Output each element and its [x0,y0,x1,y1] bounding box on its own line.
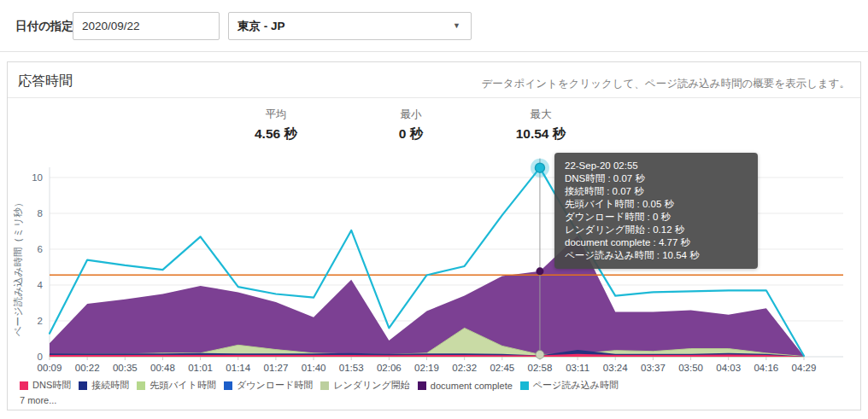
legend-item[interactable]: document complete [418,381,513,391]
stat-average: 平均 4.56 秒 [220,108,331,143]
x-axis-tick-label: 04:03 [716,363,741,373]
legend-more-link[interactable]: 7 more... [20,395,56,405]
tooltip-metric-line: DNS時間 : 0.07 秒 [565,172,748,185]
tooltip-timestamp: 22-Sep-20 02:55 [565,160,748,172]
stat-minimum-value: 0 秒 [355,125,466,143]
stat-maximum-label: 最大 [485,108,596,122]
x-axis-tick-label: 00:22 [75,363,100,373]
stat-average-label: 平均 [220,108,331,122]
legend-swatch-icon [137,381,145,390]
legend-label: DNS時間 [32,379,71,392]
selected-point-marker[interactable] [535,163,544,172]
chart-legend: DNS時間接続時間先頭バイト時間ダウンロード時間レンダリング開始document… [20,379,626,392]
x-axis-tick-label: 00:48 [150,363,175,373]
stat-maximum-value: 10.54 秒 [485,125,596,143]
x-axis-tick-label: 02:32 [452,363,477,373]
x-axis-tick-label: 04:16 [754,363,778,373]
x-axis-tick-label: 01:27 [264,363,289,373]
x-axis-tick-label: 03:11 [566,363,589,373]
x-axis-tick-label: 01:01 [188,363,213,373]
x-axis-tick-label: 04:29 [792,363,817,373]
legend-swatch-icon [320,381,329,390]
tooltip-metric-line: 先頭バイト時間 : 0.05 秒 [565,198,748,211]
legend-label: レンダリング開始 [333,379,410,392]
chart-hint-text: データポイントをクリックして、ページ読み込み時間の概要を表示します。 [482,77,850,91]
legend-item[interactable]: 接続時間 [79,379,129,392]
x-axis-tick-label: 01:40 [302,363,326,373]
x-axis-tick-label: 00:35 [113,363,138,373]
legend-label: 接続時間 [91,379,129,392]
y-axis-tick-label: 0 [38,352,43,362]
legend-item[interactable]: ダウンロード時間 [224,379,313,392]
response-time-panel: 応答時間 データポイントをクリックして、ページ読み込み時間の概要を表示します。 … [7,61,861,410]
location-select[interactable]: 東京 - JP ▼ [228,12,472,40]
legend-item[interactable]: 先頭バイト時間 [137,379,216,392]
tooltip-metric-line: ダウンロード時間 : 0 秒 [565,211,748,224]
tooltip-metric-line: ページ読み込み時間 : 10.54 秒 [565,249,748,262]
selected-doc-complete-marker[interactable] [536,267,543,275]
x-axis-tick-label: 02:45 [490,363,514,373]
y-axis-tick-label: 4 [38,280,44,290]
y-axis-tick-label: 8 [38,208,43,218]
legend-swatch-icon [20,381,28,390]
legend-swatch-icon [224,381,232,390]
stat-maximum: 最大 10.54 秒 [485,108,596,143]
x-axis-tick-label: 02:58 [528,363,553,373]
tooltip-metric-line: レンダリング開始 : 0.12 秒 [565,224,748,236]
y-axis-tick-label: 6 [38,244,43,254]
x-axis-tick-label: 03:37 [641,363,666,373]
legend-swatch-icon [79,381,87,390]
legend-label: document complete [431,381,513,391]
legend-swatch-icon [520,381,529,390]
stat-minimum: 最小 0 秒 [355,108,466,143]
x-axis-tick-label: 01:14 [226,363,250,373]
page-title: 応答時間 [18,73,73,90]
datapoint-tooltip: 22-Sep-20 02:55DNS時間 : 0.07 秒接続時間 : 0.07… [554,153,758,269]
legend-label: 先頭バイト時間 [150,379,216,392]
legend-label: ダウンロード時間 [237,379,313,392]
toolbar: 日付の指定 東京 - JP ▼ [0,0,868,52]
selected-render-start-marker[interactable] [536,350,544,358]
legend-item[interactable]: DNS時間 [20,379,71,392]
x-axis-tick-label: 03:50 [678,363,703,373]
legend-label: ページ読み込み時間 [533,379,619,392]
divider [8,97,860,98]
date-picker-label: 日付の指定 [15,0,73,52]
y-axis-tick-label: 2 [38,316,43,326]
x-axis-tick-label: 02:06 [377,363,402,373]
stat-average-value: 4.56 秒 [220,125,331,143]
chevron-down-icon: ▼ [453,13,460,39]
legend-swatch-icon [418,381,426,390]
x-axis-tick-label: 01:53 [339,363,364,373]
x-axis-tick-label: 03:24 [603,363,628,373]
tooltip-metric-line: 接続時間 : 0.07 秒 [565,185,748,198]
y-axis-title: ページ読み込み時間（ミリ秒） [13,198,23,337]
legend-item[interactable]: レンダリング開始 [320,379,410,392]
stat-minimum-label: 最小 [355,108,466,122]
date-input[interactable] [73,12,220,40]
y-axis-tick-label: 10 [32,172,43,183]
x-axis-tick-label: 02:19 [414,363,439,373]
legend-item[interactable]: ページ読み込み時間 [520,379,619,392]
x-axis-tick-label: 00:09 [38,363,62,373]
location-select-value: 東京 - JP [238,13,285,39]
tooltip-metric-line: document complete : 4.77 秒 [565,236,748,249]
